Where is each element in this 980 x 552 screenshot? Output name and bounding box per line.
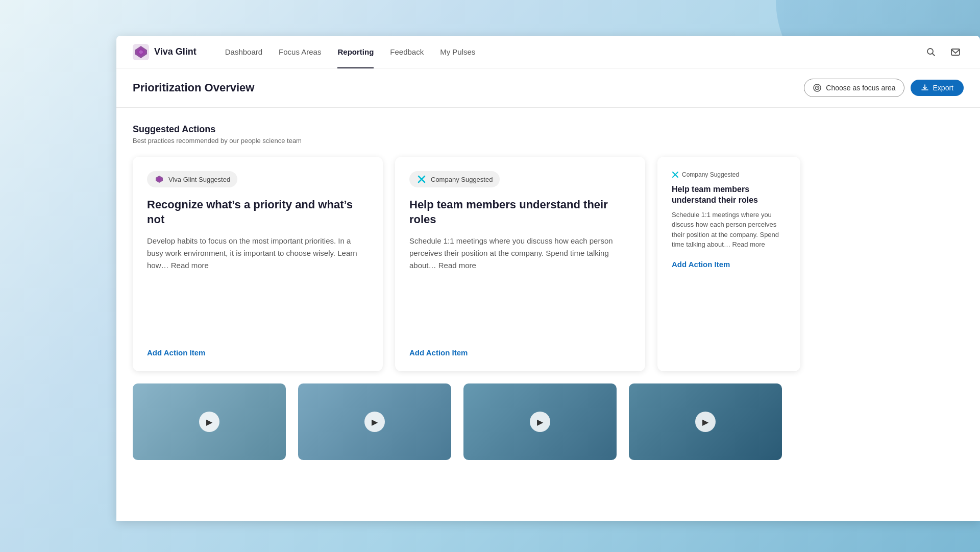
card-1-add-action[interactable]: Add Action Item: [147, 348, 369, 357]
svg-line-5: [933, 53, 935, 56]
card-2-heading: Help team members understand their roles: [409, 198, 631, 227]
play-button-2[interactable]: ▶: [364, 412, 385, 432]
badge-partial: Company Suggested: [672, 171, 786, 178]
nav-reporting[interactable]: Reporting: [337, 45, 374, 58]
card-company-suggested: Company Suggested Help team members unde…: [395, 157, 645, 371]
export-button[interactable]: Export: [911, 80, 964, 96]
logo-text: Viva Glint: [154, 46, 197, 57]
card-1-heading: Recognize what’s a priority and what’s n…: [147, 198, 369, 227]
card-partial: Company Suggested Help team members unde…: [657, 157, 800, 371]
partial-badge-icon: [672, 171, 679, 178]
badge-viva-glint: Viva Glint Suggested: [147, 171, 237, 187]
navbar: Viva Glint Dashboard Focus Areas Reporti…: [116, 36, 980, 68]
target-icon: [813, 83, 822, 92]
logo-area: Viva Glint: [133, 44, 197, 60]
partial-badge-label: Company Suggested: [682, 171, 739, 178]
card-2-read-more[interactable]: Read more: [438, 261, 476, 270]
video-thumb-1[interactable]: ▶: [133, 383, 286, 460]
nav-links: Dashboard Focus Areas Reporting Feedback…: [225, 45, 906, 58]
nav-feedback[interactable]: Feedback: [390, 45, 424, 58]
message-button[interactable]: [947, 44, 964, 60]
nav-actions: [923, 44, 964, 60]
export-label: Export: [933, 84, 953, 92]
badge-company: Company Suggested: [409, 171, 500, 187]
video-row: ▶ ▶ ▶ ▶: [133, 383, 964, 460]
nav-focus-areas[interactable]: Focus Areas: [279, 45, 321, 58]
section-subtitle: Best practices recommended by our people…: [133, 137, 964, 145]
nav-my-pulses[interactable]: My Pulses: [440, 45, 475, 58]
card-3-heading: Help team members understand their roles: [672, 184, 786, 206]
search-button[interactable]: [923, 44, 939, 60]
header-actions: Choose as focus area Export: [804, 79, 964, 97]
page-title: Prioritization Overview: [133, 81, 254, 94]
card-2-body: Schedule 1:1 meetings where you discuss …: [409, 235, 631, 338]
video-thumb-3[interactable]: ▶: [463, 383, 617, 460]
choose-focus-label: Choose as focus area: [826, 84, 895, 92]
play-button-4[interactable]: ▶: [695, 412, 716, 432]
company-badge-icon: [416, 174, 427, 184]
video-thumb-4[interactable]: ▶: [629, 383, 782, 460]
app-container: Viva Glint Dashboard Focus Areas Reporti…: [116, 36, 980, 521]
play-button-1[interactable]: ▶: [199, 412, 219, 432]
card-2-add-action[interactable]: Add Action Item: [409, 348, 631, 357]
svg-rect-6: [951, 49, 960, 55]
main-content: Suggested Actions Best practices recomme…: [116, 108, 980, 476]
section-title: Suggested Actions: [133, 124, 964, 135]
cards-row: Viva Glint Suggested Recognize what’s a …: [133, 157, 964, 371]
badge-viva-label: Viva Glint Suggested: [168, 176, 230, 183]
svg-point-9: [817, 87, 818, 88]
export-icon: [921, 84, 929, 92]
video-thumb-2[interactable]: ▶: [298, 383, 451, 460]
card-3-body: Schedule 1:1 meetings where you discuss …: [672, 210, 786, 250]
card-3-add-action[interactable]: Add Action Item: [672, 260, 786, 269]
viva-glint-badge-icon: [154, 174, 164, 184]
badge-company-label: Company Suggested: [431, 176, 493, 183]
nav-dashboard[interactable]: Dashboard: [225, 45, 262, 58]
card-1-read-more[interactable]: Read more: [171, 261, 209, 270]
play-button-3[interactable]: ▶: [530, 412, 550, 432]
card-viva-glint: Viva Glint Suggested Recognize what’s a …: [133, 157, 383, 371]
card-1-body: Develop habits to focus on the most impo…: [147, 235, 369, 338]
page-header: Prioritization Overview Choose as focus …: [116, 68, 980, 108]
choose-focus-area-button[interactable]: Choose as focus area: [804, 79, 904, 97]
viva-glint-logo-icon: [133, 44, 149, 60]
